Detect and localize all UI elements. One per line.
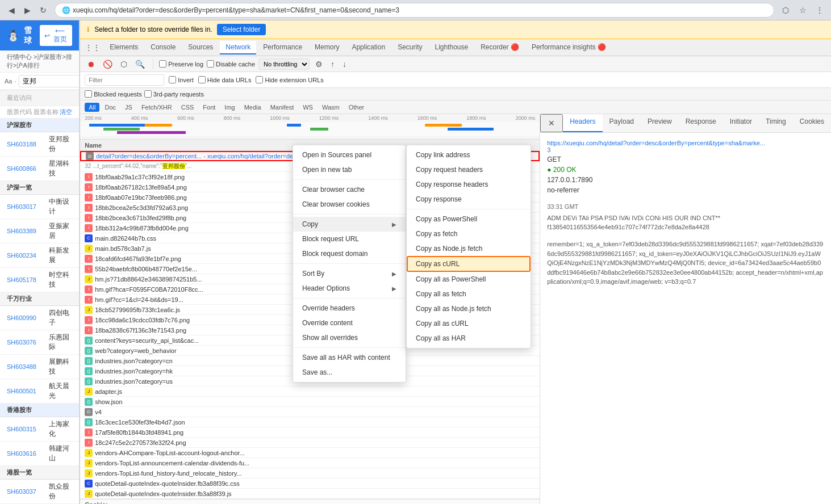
stock-code[interactable]: SH603488: [7, 363, 47, 370]
list-item[interactable]: SH603076 乐惠国际: [0, 330, 79, 355]
ctx-open-sources[interactable]: Open in Sources panel: [293, 148, 406, 162]
select-folder-button[interactable]: Select folder: [217, 24, 266, 35]
ctx-block-url[interactable]: Block request URL: [293, 232, 406, 246]
submenu-copy-all-powershell[interactable]: Copy all as PowerShell: [407, 272, 531, 287]
menu-button[interactable]: ⋮: [813, 3, 826, 17]
address-bar[interactable]: 🌐 xueqiu.com/hq/detail?order=desc&orderB…: [55, 3, 774, 18]
stock-code[interactable]: SH600990: [7, 314, 47, 321]
type-filter-fetch-xhr[interactable]: Fetch/XHR: [137, 103, 176, 112]
submenu-copy-all-fetch[interactable]: Copy all as fetch: [407, 287, 531, 301]
type-filter-other[interactable]: Other: [345, 103, 369, 112]
bookmark-button[interactable]: ☆: [796, 3, 809, 17]
blocked-requests-check[interactable]: Blocked requests: [85, 90, 141, 98]
stock-code[interactable]: SH603017: [7, 203, 47, 210]
type-filter-wasm[interactable]: Wasm: [318, 103, 344, 112]
request-tab-headers[interactable]: Headers: [563, 114, 602, 132]
tab-memory[interactable]: Memory: [309, 41, 345, 54]
stock-code[interactable]: SH600501: [7, 388, 47, 394]
tab-performance[interactable]: Performance: [257, 41, 308, 54]
list-item[interactable]: SH600315 上海家化: [0, 417, 79, 442]
record-button[interactable]: ⏺: [85, 58, 97, 70]
stock-code[interactable]: SH600866: [7, 165, 47, 172]
tab-network[interactable]: Network: [220, 41, 256, 54]
ctx-override-headers[interactable]: Override headers: [293, 301, 406, 316]
submenu-copy-request-headers[interactable]: Copy request headers: [407, 162, 531, 177]
list-item[interactable]: SH603389 亚振家居: [0, 219, 79, 243]
clear-button[interactable]: 🚫: [101, 58, 115, 70]
hide-data-urls-check[interactable]: Hide data URLs: [198, 76, 252, 83]
ctx-save-as[interactable]: Save as...: [293, 365, 406, 380]
home-button[interactable]: ↩ ⟵ 首页: [40, 25, 72, 46]
ctx-header-options[interactable]: Header Options ▶: [293, 281, 406, 296]
stock-code[interactable]: SH603389: [7, 228, 47, 234]
list-item[interactable]: SH603017 中衡设计: [0, 195, 79, 219]
list-item[interactable]: SH603037 凯众股份: [0, 480, 79, 504]
ctx-clear-cookies[interactable]: Clear browser cookies: [293, 197, 406, 212]
tab-elements[interactable]: Elements: [104, 41, 144, 54]
ctx-open-new-tab[interactable]: Open in new tab: [293, 162, 406, 177]
submenu-copy-curl[interactable]: Copy as cURL: [407, 256, 531, 272]
hide-extension-checkbox[interactable]: [256, 76, 263, 83]
tab-lighthouse[interactable]: Lighthouse: [429, 41, 474, 54]
disable-cache-checkbox[interactable]: [207, 60, 214, 68]
type-filter-doc[interactable]: Doc: [101, 103, 120, 112]
tab-console[interactable]: Console: [145, 41, 181, 54]
network-item[interactable]: {} 18c3cec1ce530fef3fe4b4d7.json: [80, 417, 540, 427]
export-button[interactable]: ↓: [340, 58, 349, 70]
network-item[interactable]: I 18c247c5e2c270573fe32f24.png: [80, 438, 540, 448]
tab-application[interactable]: Application: [346, 41, 391, 54]
stock-code[interactable]: SH603076: [7, 339, 47, 346]
third-party-check[interactable]: 3rd-party requests: [144, 90, 204, 98]
network-item[interactable]: J vendors-TopList-announcement-calendar-…: [80, 458, 540, 468]
stock-code[interactable]: SH603616: [7, 450, 47, 457]
submenu-copy-all-har[interactable]: Copy all as HAR: [407, 331, 531, 346]
list-item[interactable]: SH605178 时空科技: [0, 268, 79, 292]
invert-checkbox[interactable]: [169, 76, 176, 83]
preserve-log-checkbox[interactable]: [159, 60, 166, 68]
throttling-select[interactable]: No throttling Fast 3G Slow 3G: [258, 58, 310, 70]
type-filter-font[interactable]: Font: [199, 103, 219, 112]
import-button[interactable]: ↑: [328, 58, 337, 70]
extensions-button[interactable]: ⬡: [779, 3, 792, 17]
network-item[interactable]: J vendors-AHCompare-TopList-account-logo…: [80, 448, 540, 458]
submenu-copy-all-nodejs-fetch[interactable]: Copy all as Node.js fetch: [407, 301, 531, 316]
submenu-copy-all-curl[interactable]: Copy all as cURL: [407, 316, 531, 331]
ctx-clear-cache[interactable]: Clear browser cache: [293, 182, 406, 197]
list-item[interactable]: SH600990 四创电子: [0, 306, 79, 330]
ctx-copy[interactable]: Copy ▶: [293, 217, 406, 232]
tab-sources[interactable]: Sources: [182, 41, 219, 54]
blocked-requests-checkbox[interactable]: [85, 90, 92, 98]
type-filter-manifest[interactable]: Manifest: [266, 103, 298, 112]
stock-code[interactable]: SH605178: [7, 276, 47, 283]
ctx-block-domain[interactable]: Block request domain: [293, 246, 406, 261]
network-item[interactable]: J quoteDetail-quoteIndex-quoteInsider.fb…: [80, 489, 540, 499]
ctx-save-har[interactable]: Save all as HAR with content: [293, 350, 406, 365]
request-tab-initiator[interactable]: Initiator: [723, 114, 759, 132]
close-details-button[interactable]: ✕: [540, 114, 563, 132]
list-item[interactable]: SH603616 韩建河山: [0, 442, 79, 466]
tab-recorder[interactable]: Recorder 🔴: [475, 41, 525, 54]
throttling-settings-button[interactable]: ⚙: [313, 58, 325, 70]
stock-code[interactable]: SH600315: [7, 426, 47, 432]
request-tab-response[interactable]: Response: [679, 114, 723, 132]
ctx-sort-by[interactable]: Sort By ▶: [293, 266, 406, 281]
request-tab-cookies[interactable]: Cookies: [793, 114, 831, 132]
request-tab-payload[interactable]: Payload: [603, 114, 641, 132]
hide-extension-check[interactable]: Hide extension URLs: [256, 76, 323, 83]
back-button[interactable]: ◀: [5, 3, 18, 17]
type-filter-img[interactable]: Img: [220, 103, 239, 112]
type-filter-ws[interactable]: WS: [299, 103, 317, 112]
network-item[interactable]: J adapter.js: [80, 387, 540, 397]
type-filter-media[interactable]: Media: [240, 103, 265, 112]
third-party-checkbox[interactable]: [144, 90, 152, 98]
submenu-copy-link[interactable]: Copy link address: [407, 148, 531, 162]
stock-code[interactable]: SH603188: [7, 141, 47, 148]
search-button[interactable]: 🔍: [133, 58, 147, 70]
list-item[interactable]: SH600866 星湖科技: [0, 157, 79, 181]
network-item[interactable]: D v4: [80, 407, 540, 417]
search-input[interactable]: [19, 75, 80, 87]
stock-code[interactable]: SH603037: [7, 488, 47, 495]
hide-data-urls-checkbox[interactable]: [198, 76, 206, 83]
request-tab-preview[interactable]: Preview: [641, 114, 679, 132]
filter-input[interactable]: [85, 74, 164, 86]
